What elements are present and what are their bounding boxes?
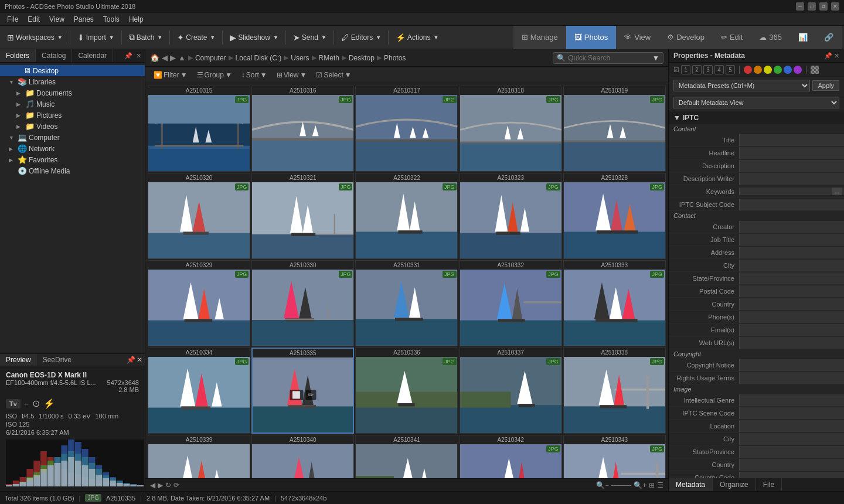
iptc-headline-input[interactable] — [739, 147, 844, 159]
tab-metadata[interactable]: Metadata — [669, 478, 713, 491]
tree-item-offline-media[interactable]: 💿 Offline Media — [0, 165, 145, 176]
tab-folders[interactable]: Folders — [0, 49, 36, 62]
maximize-button[interactable]: □ — [808, 2, 816, 11]
menu-view[interactable]: View — [45, 14, 69, 25]
tab-catalog[interactable]: Catalog — [36, 49, 72, 62]
crumb-disk[interactable]: Local Disk (C:) — [236, 54, 282, 62]
iptc-jobtitle-input[interactable] — [739, 234, 844, 246]
mode-edit[interactable]: ✏ Edit — [713, 26, 751, 49]
color-red[interactable] — [744, 66, 752, 74]
iptc-city-input[interactable] — [739, 260, 844, 271]
tree-item-documents[interactable]: ▶ 📁 Documents — [0, 87, 145, 98]
menu-file[interactable]: File — [2, 14, 23, 25]
iptc-copyright-notice-input[interactable] — [739, 359, 844, 371]
iptc-rights-input[interactable] — [739, 372, 844, 384]
crumb-desktop[interactable]: Desktop — [349, 54, 375, 62]
crumb-computer[interactable]: Computer — [195, 54, 226, 62]
tab-file[interactable]: File — [756, 478, 782, 491]
tab-preview[interactable]: Preview — [0, 354, 37, 366]
zoom-out-icon[interactable]: 🔍− — [596, 481, 609, 489]
tab-organize[interactable]: Organize — [713, 478, 756, 491]
iptc-country-input[interactable] — [739, 298, 844, 310]
crumb-users[interactable]: Users — [291, 54, 309, 62]
color-yellow[interactable] — [764, 66, 772, 74]
minimize-button[interactable]: ─ — [796, 2, 804, 11]
photo-cell[interactable]: A2510340 — [251, 435, 354, 478]
photo-cell[interactable]: A2510322 JPG — [355, 173, 458, 259]
iptc-web-input[interactable] — [739, 337, 844, 349]
menu-panes[interactable]: Panes — [69, 14, 98, 25]
tree-item-network[interactable]: ▶ 🌐 Network — [0, 143, 145, 154]
rating-3[interactable]: 3 — [703, 65, 713, 74]
photo-cell[interactable]: A2510318 JPG — [460, 86, 562, 172]
photo-cell[interactable]: A2510330 JPG — [251, 260, 354, 346]
photo-cell[interactable]: A2510317 JPG — [355, 86, 458, 172]
tree-item-videos[interactable]: ▶ 📁 Videos — [0, 121, 145, 132]
menu-help[interactable]: Help — [124, 14, 148, 25]
zoom-slider[interactable]: ──── — [611, 481, 631, 489]
mode-365[interactable]: ☁ 365 — [751, 26, 790, 49]
pin-icon[interactable]: 📌 — [123, 51, 134, 61]
tab-calendar[interactable]: Calendar — [72, 49, 113, 62]
tree-item-computer[interactable]: ▼ 💻 Computer — [0, 132, 145, 143]
photo-cell[interactable]: A2510328 JPG — [563, 173, 666, 259]
sort-button[interactable]: ↕ Sort ▼ — [238, 70, 271, 80]
iptc-email-input[interactable] — [739, 324, 844, 336]
iptc-country2-input[interactable] — [739, 459, 844, 471]
mode-stats[interactable]: 📊 — [790, 26, 816, 49]
rating-1[interactable]: 1 — [681, 65, 690, 74]
photo-cell[interactable]: A2510319 JPG — [563, 86, 666, 172]
iptc-state-input[interactable] — [739, 273, 844, 284]
zoom-in-icon[interactable]: 🔍+ — [634, 481, 646, 489]
photo-cell[interactable]: A2510316 JPG — [251, 86, 354, 172]
tree-item-favorites[interactable]: ▶ ⭐ Favorites — [0, 154, 145, 165]
iptc-description-input[interactable] — [739, 160, 844, 172]
mode-social[interactable]: 🔗 — [816, 26, 842, 49]
photo-cell-selected[interactable]: A2510335 ⬜ ✏ — [251, 348, 354, 434]
menu-tools[interactable]: Tools — [98, 14, 124, 25]
refresh-icon[interactable]: ↻ — [165, 481, 171, 489]
iptc-countrycode-input[interactable] — [739, 472, 844, 478]
actions-button[interactable]: ⚡ Actions ▼ — [391, 28, 443, 47]
iptc-genre-input[interactable] — [739, 394, 844, 406]
close-preview-icon[interactable]: ✕ — [137, 356, 142, 364]
close-props-icon[interactable]: ✕ — [834, 52, 839, 60]
iptc-city2-input[interactable] — [739, 433, 844, 445]
keywords-edit-button[interactable]: … — [832, 188, 842, 195]
filter-button[interactable]: 🔽 Filter ▼ — [150, 70, 191, 80]
search-dropdown-icon[interactable]: ▼ — [652, 54, 659, 62]
send-button[interactable]: ➤ Send ▼ — [288, 28, 331, 47]
photo-cell[interactable]: A2510342 JPG — [460, 435, 562, 478]
photo-cell[interactable]: A2510341 — [355, 435, 458, 478]
back-button[interactable]: ◀ — [162, 53, 168, 62]
scroll-right-icon[interactable]: ▶ — [158, 481, 163, 489]
photo-cell[interactable]: A2510337 JPG — [460, 348, 562, 434]
color-purple[interactable] — [794, 66, 802, 74]
pin-icon[interactable]: 📌 — [127, 356, 135, 364]
metadata-view-select[interactable]: Default Metadata View — [673, 97, 839, 108]
batch-button[interactable]: ⧉ Batch ▼ — [124, 28, 168, 47]
photo-cell[interactable]: A2510343 JPG — [563, 435, 666, 478]
iptc-scene-input[interactable] — [739, 407, 844, 419]
photo-cell[interactable]: A2510329 JPG — [148, 260, 250, 346]
editors-button[interactable]: 🖊 Editors ▼ — [336, 28, 386, 47]
iptc-phone-input[interactable] — [739, 311, 844, 323]
apply-button[interactable]: Apply — [812, 80, 839, 91]
forward-button[interactable]: ▶ — [170, 53, 176, 62]
iptc-postal-input[interactable] — [739, 285, 844, 297]
tree-item-libraries[interactable]: ▼ 📚 Libraries — [0, 76, 145, 87]
photo-cell[interactable]: A2510336 JPG — [355, 348, 458, 434]
crumb-photos[interactable]: Photos — [384, 54, 406, 62]
close-button[interactable]: ✕ — [831, 2, 839, 11]
photo-cell[interactable]: A2510331 JPG — [355, 260, 458, 346]
mode-develop[interactable]: ⚙ Develop — [659, 26, 713, 49]
view-grid-icon[interactable]: ⊞ — [649, 481, 655, 489]
rating-4[interactable]: 4 — [714, 65, 724, 74]
rating-2[interactable]: 2 — [692, 65, 702, 74]
color-green[interactable] — [774, 66, 782, 74]
iptc-desc-writer-input[interactable] — [739, 173, 844, 185]
select-button[interactable]: ☑ Select ▼ — [312, 70, 355, 80]
sync-icon[interactable]: ⟳ — [173, 481, 179, 489]
scroll-left-icon[interactable]: ◀ — [150, 481, 155, 489]
iptc-title-input[interactable] — [739, 134, 844, 146]
